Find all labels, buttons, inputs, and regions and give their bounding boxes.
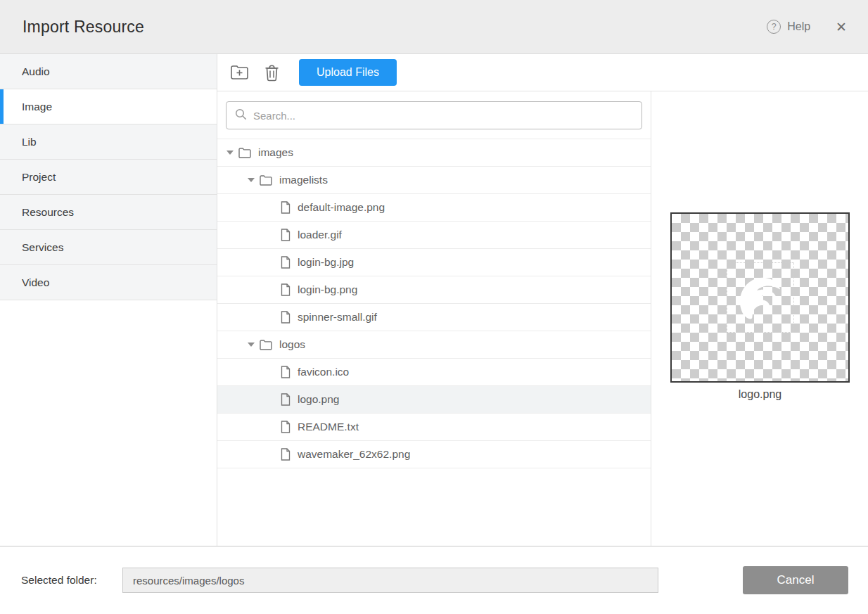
help-button[interactable]: ? Help	[767, 20, 810, 34]
help-label: Help	[787, 20, 810, 33]
tree-row-label: logo.png	[298, 393, 339, 406]
dialog-footer: Selected folder: Cancel	[0, 546, 868, 614]
sidebar-item-video[interactable]: Video	[0, 265, 217, 300]
file-icon	[281, 256, 291, 269]
file-icon	[281, 366, 291, 378]
file-icon	[281, 393, 291, 406]
tree-row-label: imagelists	[279, 174, 328, 186]
delete-button[interactable]	[260, 62, 283, 83]
sidebar-item-lib[interactable]: Lib	[0, 124, 217, 160]
folder-icon	[260, 340, 272, 350]
dialog-content: Audio Image Lib Project Resources Servic…	[0, 54, 868, 546]
new-folder-icon	[230, 64, 249, 81]
selected-folder-label: Selected folder:	[21, 574, 122, 587]
sidebar-item-label: Image	[22, 101, 52, 113]
tree-row-file-loader-gif[interactable]: loader.gif	[217, 222, 651, 249]
tree-row-label: spinner-small.gif	[298, 311, 377, 324]
sidebar-item-label: Resources	[22, 206, 74, 219]
tree-row-label: login-bg.png	[298, 283, 357, 296]
new-folder-button[interactable]	[226, 63, 253, 82]
file-icon	[281, 201, 291, 214]
close-icon[interactable]: ✕	[836, 20, 847, 34]
trash-icon	[264, 63, 279, 82]
file-icon	[281, 311, 291, 324]
tree-row-file-logo-png[interactable]: logo.png	[217, 386, 651, 414]
sidebar-item-label: Audio	[22, 65, 50, 78]
search-input[interactable]	[253, 110, 633, 122]
toolbar: Upload Files	[217, 54, 868, 91]
sidebar-item-project[interactable]: Project	[0, 160, 217, 195]
sidebar-item-image[interactable]: Image	[0, 89, 217, 124]
dialog-titlebar: Import Resource ? Help ✕	[0, 0, 868, 54]
wavemaker-logo-icon	[729, 267, 791, 328]
browser-area: images imagelists default-image.png load…	[217, 91, 868, 546]
tree-row-file-login-bg-jpg[interactable]: login-bg.jpg	[217, 249, 651, 276]
tree-row-file-wavemaker-62x62-png[interactable]: wavemaker_62x62.png	[217, 441, 651, 468]
selected-folder-input[interactable]	[122, 568, 658, 593]
file-tree-panel: images imagelists default-image.png load…	[217, 91, 651, 546]
sidebar-item-audio[interactable]: Audio	[0, 54, 217, 89]
folder-icon	[238, 148, 251, 158]
tree-row-file-default-image-png[interactable]: default-image.png	[217, 194, 651, 222]
file-tree: images imagelists default-image.png load…	[217, 139, 651, 546]
caret-down-icon[interactable]	[222, 151, 238, 155]
tree-row-folder-logos[interactable]: logos	[217, 331, 651, 359]
import-resource-dialog: Import Resource ? Help ✕ Audio Image Lib…	[0, 0, 868, 614]
image-preview	[670, 212, 850, 383]
tree-row-label: login-bg.jpg	[298, 256, 354, 269]
sidebar-item-label: Project	[22, 171, 56, 184]
tree-row-folder-images[interactable]: images	[217, 139, 651, 167]
file-icon	[281, 421, 291, 433]
cancel-button[interactable]: Cancel	[743, 566, 848, 594]
sidebar-item-resources[interactable]: Resources	[0, 195, 217, 230]
sidebar-item-services[interactable]: Services	[0, 230, 217, 265]
sidebar-item-label: Lib	[22, 136, 37, 148]
file-icon	[281, 229, 291, 241]
sidebar-item-label: Video	[22, 276, 49, 289]
page-title: Import Resource	[23, 18, 144, 37]
tree-row-label: images	[258, 146, 293, 159]
upload-files-button[interactable]: Upload Files	[299, 59, 397, 86]
tree-row-label: logos	[279, 338, 305, 351]
main-area: Upload Files ima	[217, 54, 868, 546]
tree-row-label: favicon.ico	[298, 366, 349, 378]
file-icon	[281, 448, 291, 461]
preview-panel: logo.png	[651, 91, 868, 546]
search-box[interactable]	[226, 101, 642, 129]
search-icon	[235, 108, 247, 123]
file-icon	[281, 283, 291, 296]
tree-row-label: README.txt	[298, 421, 359, 433]
tree-row-label: default-image.png	[298, 201, 385, 214]
preview-caption: logo.png	[670, 388, 850, 401]
caret-down-icon[interactable]	[243, 343, 260, 347]
tree-row-file-spinner-small-gif[interactable]: spinner-small.gif	[217, 304, 651, 331]
tree-row-folder-imagelists[interactable]: imagelists	[217, 167, 651, 194]
tree-row-label: loader.gif	[298, 229, 342, 241]
tree-row-file-login-bg-png[interactable]: login-bg.png	[217, 276, 651, 304]
resource-type-sidebar: Audio Image Lib Project Resources Servic…	[0, 54, 217, 546]
search-section	[217, 91, 651, 139]
tree-row-file-readme-txt[interactable]: README.txt	[217, 414, 651, 441]
sidebar-item-label: Services	[22, 241, 63, 254]
help-icon: ?	[767, 20, 781, 34]
logo-image	[727, 262, 794, 333]
caret-down-icon[interactable]	[243, 178, 260, 182]
folder-icon	[260, 175, 272, 186]
tree-row-label: wavemaker_62x62.png	[298, 448, 410, 461]
tree-row-file-favicon-ico[interactable]: favicon.ico	[217, 359, 651, 386]
